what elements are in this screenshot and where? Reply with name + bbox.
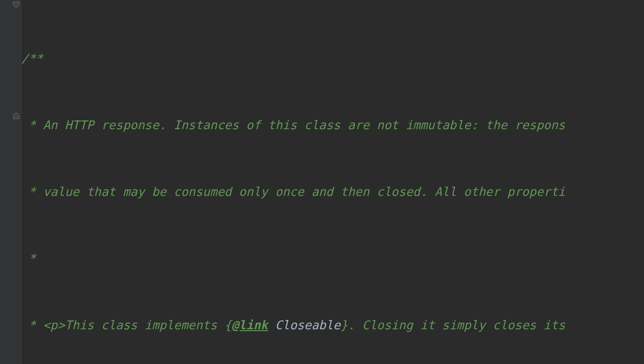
javadoc-open: /**: [21, 50, 644, 67]
fold-close-icon[interactable]: [13, 113, 19, 119]
javadoc-line-4: * <p>This class implements {@link Closea…: [21, 317, 644, 333]
code-editor[interactable]: /** * An HTTP response. Instances of thi…: [21, 0, 644, 364]
javadoc-link-closeable[interactable]: @link: [232, 318, 268, 332]
fold-open-icon[interactable]: [13, 1, 19, 8]
javadoc-line-2: * value that may be consumed only once a…: [21, 183, 644, 200]
gutter: [0, 0, 21, 364]
javadoc-line-3: *: [21, 250, 644, 267]
javadoc-line-1: * An HTTP response. Instances of this cl…: [21, 117, 644, 133]
